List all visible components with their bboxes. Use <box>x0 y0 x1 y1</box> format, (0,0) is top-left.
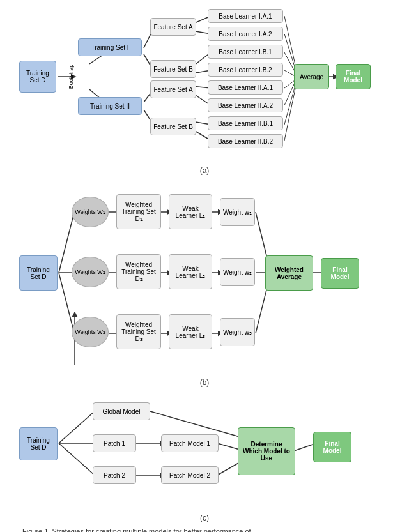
diagram-a-label: (a) <box>19 166 390 175</box>
diagram-b-label: (b) <box>19 378 390 387</box>
node-feature-b1: Feature Set B <box>150 60 196 78</box>
node-feature-b2: Feature Set B <box>150 118 196 135</box>
node-feature-a2: Feature Set A <box>150 80 196 98</box>
node-training-set-1: Training Set I <box>78 38 142 56</box>
node-weight-w3: Weight w₃ <box>220 318 255 346</box>
node-bl-iib1: Base Learner II.B.1 <box>208 116 283 130</box>
node-final-model-a: Final Model <box>336 64 371 89</box>
node-wl-l1: Weak Learner L₁ <box>169 194 212 229</box>
svg-line-24 <box>59 215 73 273</box>
svg-line-45 <box>150 411 240 437</box>
node-feature-a1: Feature Set A <box>150 18 196 36</box>
svg-line-44 <box>59 443 95 475</box>
node-training-set-d-c: Training Set D <box>19 427 58 460</box>
node-bl-ib2: Base Learner I.B.2 <box>208 63 283 77</box>
node-weight-w2: Weight w₂ <box>220 258 255 286</box>
node-weights-3: Weights W₃ <box>72 317 109 347</box>
node-training-set-d-b: Training Set D <box>19 255 58 291</box>
node-patch-model2: Patch Model 2 <box>161 466 219 484</box>
diagram-a: Training Set D Bootstrap Training Set I … <box>19 6 390 153</box>
node-wl-l3: Weak Learner L₃ <box>169 314 212 349</box>
node-global-model: Global Model <box>93 402 150 420</box>
svg-line-48 <box>217 443 240 450</box>
diagram-c: Training Set D Global Model Patch 1 Patc… <box>19 392 390 507</box>
node-weights-1: Weights W₁ <box>72 197 109 227</box>
node-patch1: Patch 1 <box>93 434 136 452</box>
node-wl-l2: Weak Learner L₂ <box>169 254 212 289</box>
node-bl-iia1: Base Learner II.A.1 <box>208 80 283 95</box>
node-bl-iia2: Base Learner II.A.2 <box>208 98 283 112</box>
node-final-model-c: Final Model <box>313 432 351 462</box>
node-bootstrap: Bootstrap <box>65 57 77 96</box>
node-bl-ib1: Base Learner I.B.1 <box>208 45 283 59</box>
node-weighted-avg: Weighted Average <box>265 255 313 291</box>
node-patch2: Patch 2 <box>93 466 136 484</box>
node-wt-d1: Weighted Training Set D₁ <box>116 194 161 229</box>
node-determine: Determine Which Model to Use <box>238 427 295 475</box>
node-final-model-b: Final Model <box>321 258 359 289</box>
svg-line-26 <box>59 273 73 330</box>
node-weight-w1: Weight w₁ <box>220 198 255 226</box>
node-training-set-2: Training Set II <box>78 97 142 115</box>
node-wt-d3: Weighted Training Set D₃ <box>116 314 161 349</box>
node-weights-2: Weights W₂ <box>72 257 109 287</box>
node-patch-model1: Patch Model 1 <box>161 434 219 452</box>
node-wt-d2: Weighted Training Set D₂ <box>116 254 161 289</box>
diagram-c-label: (c) <box>19 513 390 522</box>
node-average-a: Average <box>294 64 329 89</box>
node-bl-ia1: Base Learner I.A.1 <box>208 9 283 23</box>
node-training-set-d-a: Training Set D <box>19 61 56 93</box>
node-bl-ia2: Base Learner I.A.2 <box>208 27 283 41</box>
diagram-b: Training Set D Weights W₁ Weights W₂ Wei… <box>19 180 390 365</box>
node-bl-iib2: Base Learner II.B.2 <box>208 134 283 148</box>
svg-line-42 <box>59 411 95 443</box>
svg-line-49 <box>217 462 240 475</box>
figure-caption: Figure 1. Strategies for creating multip… <box>19 528 390 532</box>
